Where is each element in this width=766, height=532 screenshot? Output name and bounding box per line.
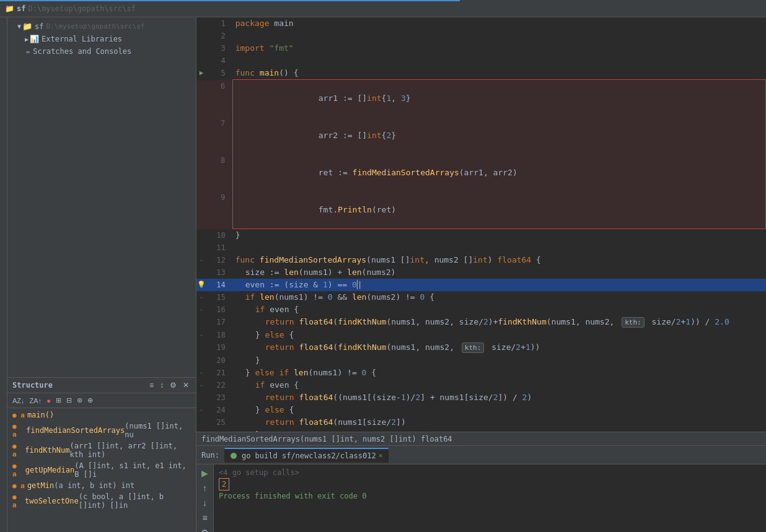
sidebar-item-sf[interactable]: ▼ 📁 sf D:\mysetup\gopath\src\sf [7, 20, 196, 33]
gutter-22: - [196, 379, 206, 391]
expand-all-button[interactable]: ⊞ [55, 395, 63, 406]
bottom-tab-run-close[interactable]: ✕ [379, 451, 383, 460]
linecontent-22[interactable]: if even { [233, 379, 766, 391]
linenum-22: 22 [206, 379, 233, 391]
linenum-7: 7 [206, 117, 233, 154]
bottom-output: <4 go setup calls> 2 Process finished wi… [214, 464, 766, 532]
structure-settings-button[interactable]: ⚙ [168, 380, 178, 390]
code-line-23: 23 return float64((nums1[(size-1)/2] + n… [196, 391, 766, 404]
linecontent-21[interactable]: } else if len(nums1) != 0 { [233, 367, 766, 379]
code-line-3: 3 import "fmt" [196, 42, 766, 55]
run-label: Run: [201, 451, 219, 460]
bottom-tab-run[interactable]: go build sf/newclass2/class012 ✕ [224, 448, 389, 463]
scroll-down-btn[interactable]: ↓ [201, 497, 208, 509]
sidebar-item-external-libs[interactable]: ▶ 📊 External Libraries [7, 33, 196, 45]
bottom-panel: Run: go build sf/newclass2/class012 ✕ ▶ … [196, 445, 766, 532]
scroll-up-btn[interactable]: ↑ [201, 482, 208, 494]
struct-item-getupmedian[interactable]: ● a getUpMedian (A []int, s1 int, e1 int… [7, 460, 196, 480]
linecontent-1[interactable]: package main [233, 17, 766, 30]
linecontent-25[interactable]: return float64(nums1[size/2]) [233, 416, 766, 429]
bottom-main: ▶ ↑ ↓ ≡ ⚙ <4 go setup calls> 2 Process [196, 464, 766, 532]
struct-item-main[interactable]: ● a main() [7, 409, 196, 421]
code-line-17: 17 return float64(findKthNum(nums1, nums… [196, 316, 766, 329]
linecontent-6[interactable]: arr1 := []int{1, 3} [233, 80, 766, 118]
linecontent-19[interactable]: return float64(findKthNum(nums1, nums2, … [233, 341, 766, 354]
linecontent-12[interactable]: func findMedianSortedArrays(nums1 []int,… [233, 254, 766, 266]
code-line-19: 19 return float64(findKthNum(nums1, nums… [196, 341, 766, 354]
linecontent-3[interactable]: import "fmt" [233, 42, 766, 55]
code-line-11: 11 [196, 242, 766, 254]
struct-func-params-findmedian: (nums1 []int, nu [125, 422, 191, 439]
sort-alphabetic-button[interactable]: AZ↓ [11, 396, 26, 406]
wrap-output-btn[interactable]: ≡ [201, 512, 208, 524]
linecontent-14[interactable]: even := (size & 1) == 0| [233, 279, 766, 291]
gutter-21: - [196, 367, 206, 379]
struct-badge-twoselectone: ● a [12, 493, 22, 509]
output-success-text: Process finished with exit code 0 [219, 492, 366, 500]
linecontent-23[interactable]: return float64((nums1[(size-1)/2] + nums… [233, 391, 766, 404]
linecontent-9[interactable]: fmt.Println(ret) [233, 191, 766, 229]
structure-close-button[interactable]: ✕ [181, 380, 191, 390]
sf-path: D:\mysetup\gopath\src\sf [46, 22, 144, 30]
folder-icon-sf: 📁 [22, 22, 32, 31]
autoscroll-button[interactable]: ⊕ [86, 395, 94, 406]
locate-button[interactable]: ⊛ [76, 395, 84, 406]
structure-sort-button[interactable]: ↕ [158, 380, 165, 390]
structure-title: Structure [12, 381, 147, 390]
sidebar-label-sf: sf [35, 22, 43, 31]
linecontent-10[interactable]: } [233, 229, 766, 242]
struct-badge-getupmedian: ● a [12, 462, 23, 478]
linecontent-4[interactable] [233, 55, 766, 67]
code-line-16: - 16 if even { [196, 303, 766, 316]
linecontent-20[interactable]: } [233, 354, 766, 367]
gutter-20 [196, 354, 206, 367]
code-line-18: - 18 } else { [196, 329, 766, 341]
linenum-26: 26 [206, 429, 233, 432]
chevron-ext-libs: ▶ [25, 36, 29, 43]
filter-error-button[interactable]: ● [45, 396, 52, 406]
linecontent-7[interactable]: arr2 := []int{2} [233, 117, 766, 154]
linecontent-24[interactable]: } else { [233, 404, 766, 416]
linenum-11: 11 [206, 242, 233, 254]
run-play-button[interactable]: ▶ [200, 467, 209, 479]
scratch-icon: ✏️ [26, 47, 30, 56]
gutter-19 [196, 341, 206, 354]
struct-item-findmedian[interactable]: ● a findMedianSortedArrays (nums1 []int,… [7, 421, 196, 440]
soft-wrap-btn[interactable]: ⚙ [200, 526, 210, 532]
linecontent-18[interactable]: } else { [233, 329, 766, 341]
code-line-4: 4 [196, 55, 766, 67]
linecontent-2[interactable] [233, 30, 766, 42]
sort-type-button[interactable]: ZA↑ [29, 396, 43, 406]
linecontent-26[interactable]: } [233, 429, 766, 432]
collapse-all-button[interactable]: ⊟ [65, 395, 73, 406]
output-number-box: 2 [219, 478, 229, 491]
gutter-9 [196, 191, 206, 229]
struct-func-params-findkthnum: (arr1 []int, arr2 []int, kth int) [70, 442, 191, 459]
linecontent-11[interactable] [233, 242, 766, 254]
struct-func-name-findkthnum: findKthNum [25, 446, 69, 455]
linecontent-15[interactable]: if len(nums1) != 0 && len(nums2) != 0 { [233, 291, 766, 303]
gutter-5-arrow: ▶ [196, 67, 206, 80]
structure-list: ● a main() ● a findMedianSortedArrays (n… [7, 408, 196, 532]
struct-badge-findmedian: ● a [12, 422, 24, 438]
struct-func-params-twoselectone: (c bool, a []int, b []int) []in [79, 492, 191, 510]
sidebar-label-scratches: Scratches and Consoles [33, 47, 131, 56]
output-line-success: Process finished with exit code 0 [219, 491, 761, 502]
sidebar-item-scratches[interactable]: ✏️ Scratches and Consoles [7, 45, 196, 58]
linecontent-13[interactable]: size := len(nums1) + len(nums2) [233, 266, 766, 279]
linenum-16: 16 [206, 303, 233, 316]
linenum-15: 15 [206, 291, 233, 303]
linenum-8: 8 [206, 154, 233, 191]
struct-badge-main: ● a [12, 411, 25, 419]
structure-options-button[interactable]: ≡ [147, 380, 156, 390]
code-line-26: 26 } [196, 429, 766, 432]
struct-item-getmin[interactable]: ● a getMin (a int, b int) int [7, 480, 196, 491]
struct-item-findkthnum[interactable]: ● a findKthNum (arr1 []int, arr2 []int, … [7, 440, 196, 460]
struct-item-twoselectone[interactable]: ● a twoSelectOne (c bool, a []int, b []i… [7, 491, 196, 511]
linecontent-8[interactable]: ret := findMedianSortedArrays(arr1, arr2… [233, 154, 766, 191]
linecontent-16[interactable]: if even { [233, 303, 766, 316]
linecontent-17[interactable]: return float64(findKthNum(nums1, nums2, … [233, 316, 766, 329]
code-line-8: 8 ret := findMedianSortedArrays(arr1, ar… [196, 154, 766, 191]
code-container[interactable]: 1 package main 2 3 import "fmt" [196, 17, 766, 432]
linecontent-5[interactable]: func main() { [233, 67, 766, 80]
